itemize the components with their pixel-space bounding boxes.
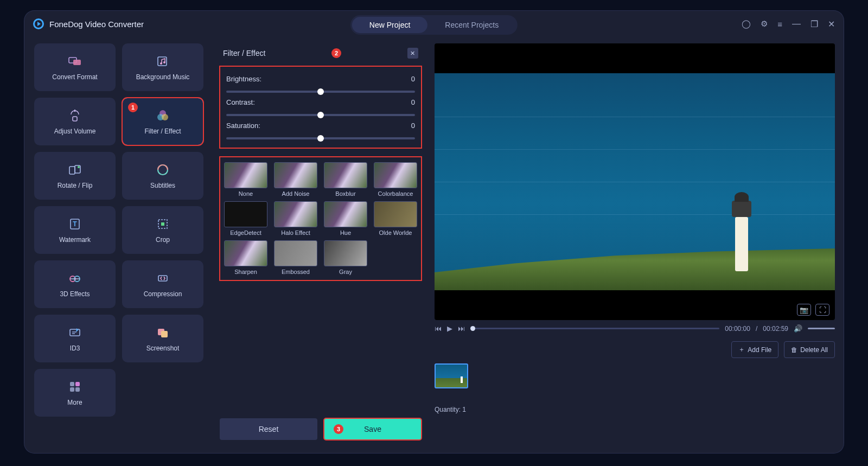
app-window: FoneDog Video Converter New Project Rece… <box>24 11 844 453</box>
annotation-badge-2: 2 <box>331 48 341 58</box>
tool-subtitles[interactable]: Subtitles <box>122 152 203 200</box>
filter-boxblur[interactable]: Boxblur <box>323 162 368 197</box>
tool-adjust-volume[interactable]: Adjust Volume <box>34 98 116 145</box>
3d-effects-icon <box>67 271 82 286</box>
tool-watermark[interactable]: T Watermark <box>34 206 116 254</box>
app-logo-icon <box>33 18 44 29</box>
svg-rect-27 <box>70 382 74 386</box>
panel-title: Filter / Effect <box>223 49 265 58</box>
volume-icon[interactable]: 🔊 <box>794 324 802 333</box>
next-frame-icon[interactable]: ⏭ <box>458 324 465 333</box>
sliders-section: Brightness:0 Contrast:0 Saturation:0 <box>220 66 422 148</box>
tab-recent-projects[interactable]: Recent Projects <box>427 17 516 33</box>
close-window-icon[interactable]: ✕ <box>828 19 835 29</box>
volume-slider[interactable] <box>808 328 835 329</box>
time-current: 00:00:00 <box>725 325 750 333</box>
contrast-slider[interactable] <box>226 114 415 116</box>
playback-bar: ⏮ ▶ ⏭ 00:00:00 / 00:02:59 🔊 <box>435 324 835 333</box>
tool-label: Watermark <box>59 236 91 244</box>
video-preview[interactable]: 📷 ⛶ <box>435 43 835 320</box>
svg-rect-26 <box>161 331 168 337</box>
filter-none[interactable]: None <box>223 162 269 197</box>
saturation-slider[interactable] <box>226 137 415 139</box>
clip-thumbnail[interactable] <box>435 363 468 388</box>
filter-edgedetect[interactable]: EdgeDetect <box>223 201 269 236</box>
tool-label: Rotate / Flip <box>58 182 93 189</box>
tool-background-music[interactable]: Background Music <box>122 43 203 91</box>
slider-brightness: Brightness:0 <box>226 75 415 93</box>
svg-rect-30 <box>75 387 80 392</box>
tool-panel: Convert Format Background Music Adjust V… <box>24 37 213 453</box>
watermark-icon: T <box>67 216 82 232</box>
snapshot-icon[interactable]: 📷 <box>797 304 811 316</box>
panel-header: Filter / Effect 2 ✕ <box>215 43 426 66</box>
prev-frame-icon[interactable]: ⏮ <box>435 324 442 333</box>
window-controls: ◯ ⚙ ≡ — ❐ ✕ <box>742 19 835 29</box>
maximize-icon[interactable]: ❐ <box>810 19 818 29</box>
quantity-readout: Quantity: 1 <box>435 406 835 413</box>
tool-compression[interactable]: Compression <box>122 260 203 308</box>
tool-crop[interactable]: Crop <box>122 206 203 254</box>
save-button-label: Save <box>364 425 381 433</box>
delete-all-button[interactable]: 🗑Delete All <box>784 341 835 358</box>
reset-button[interactable]: Reset <box>220 418 317 440</box>
fullscreen-icon[interactable]: ⛶ <box>815 304 829 316</box>
tool-3d-effects[interactable]: 3D Effects <box>34 260 116 308</box>
tool-label: Adjust Volume <box>54 127 96 135</box>
brightness-slider[interactable] <box>226 91 415 93</box>
account-icon[interactable]: ◯ <box>742 19 751 29</box>
slider-contrast: Contrast:0 <box>226 98 415 116</box>
more-icon <box>67 379 82 394</box>
tool-label: Background Music <box>136 73 190 81</box>
panel-buttons: Reset 3 Save <box>215 418 426 446</box>
scrub-slider[interactable] <box>470 328 719 329</box>
filter-gray[interactable]: Gray <box>323 240 368 275</box>
svg-text:T: T <box>73 220 77 228</box>
svg-rect-29 <box>70 387 74 392</box>
tab-new-project[interactable]: New Project <box>352 17 427 33</box>
crop-icon <box>155 216 170 232</box>
tool-label: More <box>67 399 82 406</box>
svg-rect-1 <box>73 60 81 65</box>
tool-more[interactable]: More <box>34 369 116 417</box>
filter-hue[interactable]: Hue <box>323 201 368 236</box>
minimize-icon[interactable]: — <box>792 19 801 29</box>
tool-id3[interactable]: ID3 <box>34 315 116 362</box>
compression-icon <box>155 271 170 286</box>
brightness-value: 0 <box>411 75 415 83</box>
svg-rect-22 <box>70 329 80 336</box>
filter-sharpen[interactable]: Sharpen <box>223 240 269 275</box>
tool-label: Filter / Effect <box>144 127 181 135</box>
tool-label: 3D Effects <box>60 290 90 298</box>
lighthouse-graphic <box>730 190 754 271</box>
tool-label: ID3 <box>70 344 80 352</box>
filter-halo-effect[interactable]: Halo Effect <box>273 201 318 236</box>
tool-filter-effect[interactable]: 1 Filter / Effect <box>122 98 203 145</box>
titlebar: FoneDog Video Converter New Project Rece… <box>24 11 844 37</box>
tool-label: Crop <box>156 236 170 244</box>
filter-olde-worlde[interactable]: Olde Worlde <box>373 201 418 236</box>
tool-label: Subtitles <box>150 182 175 189</box>
svg-rect-17 <box>161 222 164 226</box>
play-icon[interactable]: ▶ <box>447 324 452 333</box>
svg-point-9 <box>162 114 168 120</box>
close-panel-icon[interactable]: ✕ <box>407 48 418 59</box>
add-file-button[interactable]: ＋Add File <box>731 341 778 358</box>
tool-convert-format[interactable]: Convert Format <box>34 43 116 91</box>
slider-saturation: Saturation:0 <box>226 122 415 139</box>
plus-icon: ＋ <box>738 345 745 354</box>
menu-icon[interactable]: ≡ <box>777 20 782 29</box>
svg-rect-6 <box>73 117 77 121</box>
filter-embossed[interactable]: Embossed <box>273 240 318 275</box>
time-total: 00:02:59 <box>763 325 788 333</box>
preview-panel: 📷 ⛶ ⏮ ▶ ⏭ 00:00:00 / 00:02:59 🔊 ＋Add Fil… <box>430 37 844 453</box>
tool-screenshot[interactable]: Screenshot <box>122 315 203 362</box>
save-button[interactable]: 3 Save <box>324 418 422 440</box>
filter-colorbalance[interactable]: Colorbalance <box>373 162 418 197</box>
background-music-icon <box>155 54 170 69</box>
settings-icon[interactable]: ⚙ <box>761 19 768 29</box>
tool-rotate-flip[interactable]: Rotate / Flip <box>34 152 116 200</box>
annotation-badge-1: 1 <box>128 103 138 112</box>
filter-add-noise[interactable]: Add Noise <box>273 162 318 197</box>
app-title: FoneDog Video Converter <box>49 20 144 29</box>
